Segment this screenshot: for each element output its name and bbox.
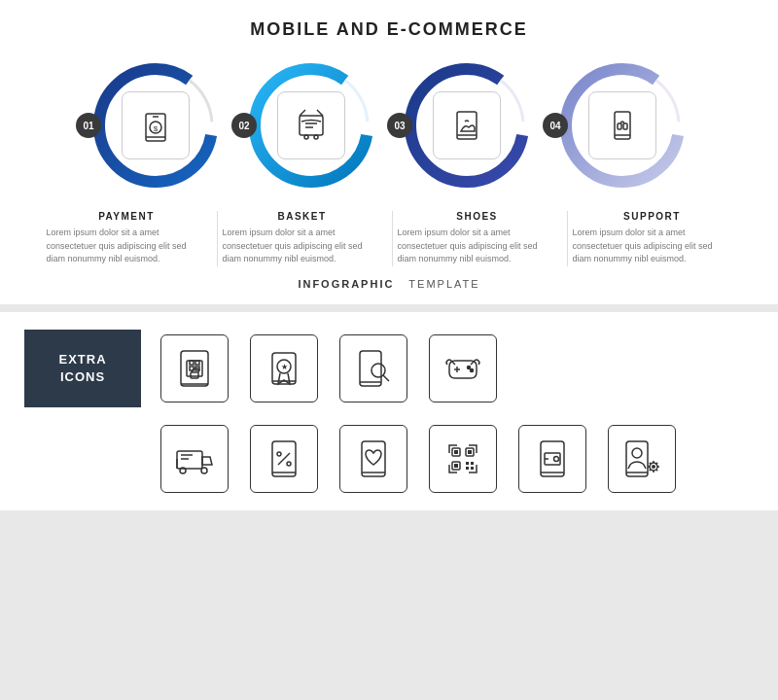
circle-ring-1: $ (92, 62, 219, 189)
circle-ring-2 (248, 62, 374, 189)
svg-line-83 (656, 463, 657, 464)
label-support: SUPPORT Lorem ipsum dolor sit a amet con… (567, 211, 737, 266)
basket-icon-box (277, 91, 345, 159)
label-title-support: SUPPORT (573, 211, 732, 222)
svg-rect-62 (454, 464, 458, 468)
label-title-basket: BASKET (223, 211, 382, 222)
mobile-search-icon (339, 334, 407, 402)
label-title-shoes: SHOES (398, 211, 557, 222)
svg-line-81 (650, 463, 651, 464)
svg-rect-44 (177, 451, 202, 469)
step-number-4: 04 (543, 113, 568, 138)
svg-rect-55 (362, 441, 385, 476)
svg-line-10 (300, 110, 305, 116)
shoes-icon-box (433, 91, 501, 159)
badge-line2: ICONS (60, 369, 105, 384)
svg-rect-31 (191, 372, 198, 378)
delivery-truck-icon (160, 425, 229, 493)
mobile-wallet-icon (518, 425, 586, 493)
svg-point-70 (554, 456, 559, 461)
circle-ring-4 (559, 62, 686, 189)
svg-rect-65 (466, 467, 469, 470)
svg-point-38 (371, 364, 385, 377)
support-icon-box (588, 91, 656, 159)
svg-rect-66 (471, 467, 474, 470)
infographic-footer: INFOGRAPHIC TEMPLATE (29, 278, 749, 290)
support-icon (603, 106, 642, 145)
label-basket: BASKET Lorem ipsum dolor sit a amet cons… (217, 211, 387, 266)
svg-point-42 (468, 366, 471, 368)
label-text-support: Lorem ipsum dolor sit a amet consectetue… (573, 227, 732, 266)
svg-line-84 (650, 470, 651, 471)
step-number-3: 03 (387, 113, 412, 138)
svg-rect-36 (360, 351, 381, 386)
svg-rect-63 (466, 462, 469, 465)
svg-rect-64 (471, 462, 474, 465)
basket-icon (292, 106, 331, 145)
svg-line-82 (656, 470, 657, 471)
extra-icons-section: EXTRA ICONS (0, 312, 778, 510)
award-mobile-icon: ★ (250, 334, 318, 402)
payment-icon-box: $ (122, 91, 190, 159)
svg-line-52 (278, 453, 290, 465)
icons-row1: ★ (160, 334, 754, 402)
step-number-1: 01 (76, 113, 101, 138)
step-1: 01 (78, 57, 233, 193)
infographic-section: MOBILE AND E-COMMERCE 01 (0, 0, 778, 304)
label-title-payment: PAYMENT (47, 211, 207, 222)
svg-rect-22 (618, 123, 621, 129)
svg-rect-9 (300, 116, 323, 135)
svg-point-12 (304, 135, 308, 139)
qr-code-icon (429, 425, 497, 493)
svg-point-43 (471, 368, 474, 371)
footer-word1: INFOGRAPHIC (298, 278, 394, 290)
extra-icons-badge: EXTRA ICONS (24, 330, 141, 407)
svg-rect-72 (626, 441, 648, 476)
svg-text:★: ★ (281, 363, 288, 371)
svg-point-46 (201, 468, 207, 473)
mobile-heart-icon (339, 425, 407, 493)
shoes-icon (447, 106, 486, 145)
badge-line1: EXTRA (58, 352, 106, 367)
label-text-payment: Lorem ipsum dolor sit a amet consectetue… (47, 227, 207, 266)
mobile-percent-icon (250, 425, 318, 493)
svg-point-76 (652, 465, 655, 469)
payment-icon: $ (136, 106, 175, 145)
svg-rect-28 (195, 361, 199, 365)
label-payment: PAYMENT Lorem ipsum dolor sit a amet con… (42, 211, 212, 266)
svg-point-53 (277, 452, 281, 456)
svg-rect-27 (190, 361, 194, 365)
mobile-shop-icon (160, 334, 229, 402)
svg-rect-61 (468, 450, 472, 454)
label-text-basket: Lorem ipsum dolor sit a amet consectetue… (223, 227, 382, 266)
svg-text:$: $ (154, 124, 159, 133)
step-number-2: 02 (231, 113, 257, 138)
main-title: MOBILE AND E-COMMERCE (29, 19, 749, 40)
svg-point-13 (314, 135, 318, 139)
footer-word2: TEMPLATE (408, 278, 479, 290)
svg-point-54 (287, 462, 291, 466)
step-4: 04 (545, 57, 700, 193)
extra-icons-row1: EXTRA ICONS (24, 330, 754, 407)
circle-ring-3 (404, 62, 530, 189)
extra-icons-row2 (160, 425, 754, 493)
svg-point-74 (632, 448, 642, 458)
gamepad-icon (429, 334, 497, 402)
step-3: 03 (389, 57, 545, 193)
svg-rect-60 (454, 450, 458, 454)
svg-rect-23 (623, 123, 627, 129)
svg-line-11 (317, 110, 323, 116)
profile-settings-icon (608, 425, 676, 493)
circles-row: 01 (29, 57, 749, 193)
labels-row: PAYMENT Lorem ipsum dolor sit a amet con… (29, 211, 749, 266)
label-text-shoes: Lorem ipsum dolor sit a amet consectetue… (398, 227, 557, 266)
label-shoes: SHOES Lorem ipsum dolor sit a amet conse… (392, 211, 562, 266)
svg-line-39 (383, 375, 389, 381)
step-2: 02 (233, 57, 389, 193)
